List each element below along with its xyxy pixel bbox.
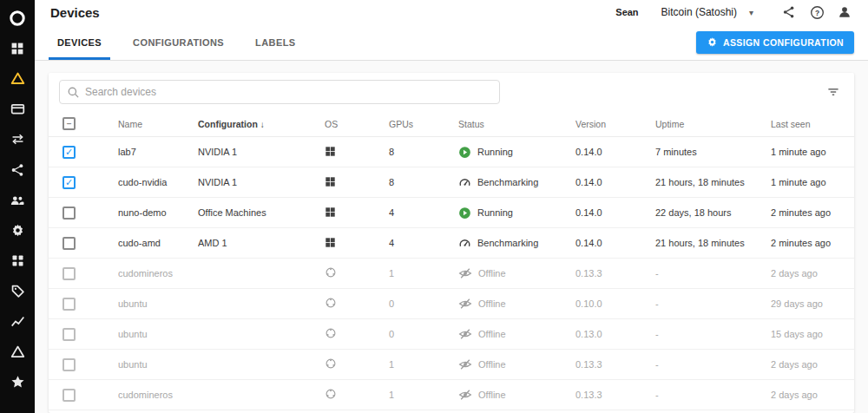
status-label: Running	[477, 207, 513, 218]
assign-configuration-button[interactable]: ASSIGN CONFIGURATION	[696, 31, 854, 54]
row-checkbox[interactable]	[62, 237, 76, 250]
device-uptime: 21 hours, 18 minutes	[655, 238, 771, 248]
column-header-name[interactable]: Name	[118, 119, 198, 129]
device-configuration: AMD 1	[198, 238, 325, 248]
sidebar-item-settings[interactable]	[0, 215, 35, 246]
column-header-uptime[interactable]: Uptime	[655, 119, 771, 129]
column-header-status[interactable]: Status	[458, 119, 575, 129]
table-row[interactable]: cudomineros 1 Offline 0.13.3 - 2 days ag…	[49, 380, 854, 410]
sidebar-item-pools[interactable]	[0, 154, 35, 185]
device-version: 0.14.0	[575, 147, 655, 157]
device-status: Offline	[458, 297, 575, 311]
sidebar-item-labels[interactable]	[0, 276, 35, 306]
device-name: lab7	[118, 147, 198, 157]
gear-icon	[707, 36, 718, 48]
tab-devices[interactable]: DEVICES	[42, 24, 117, 60]
tag-icon	[10, 284, 25, 298]
device-last-seen: 15 days ago	[771, 329, 854, 339]
offline-eye-icon	[458, 388, 472, 402]
column-header-lastseen[interactable]: Last seen	[771, 119, 854, 129]
tab-configurations[interactable]: CONFIGURATIONS	[117, 24, 240, 60]
tab-devices-label: DEVICES	[57, 37, 102, 48]
sidebar	[0, 0, 35, 413]
column-header-configuration[interactable]: Configuration↓	[198, 119, 325, 129]
row-checkbox[interactable]	[62, 328, 76, 341]
tab-configurations-label: CONFIGURATIONS	[133, 37, 224, 48]
filter-list-icon	[826, 85, 840, 99]
account-button[interactable]	[833, 1, 856, 23]
gear-icon	[10, 223, 25, 238]
search-input[interactable]	[85, 86, 492, 98]
row-checkbox[interactable]: ✓	[62, 176, 76, 189]
sidebar-item-apps[interactable]	[0, 246, 35, 276]
table-row[interactable]: ✓ cudo-nvidia NVIDIA 1 8 Benchmarking 0.…	[49, 167, 854, 198]
sidebar-item-compute[interactable]	[0, 63, 35, 94]
tab-labels[interactable]: LABELS	[240, 24, 311, 60]
table-row[interactable]: nuno-demo Office Machines 4 Running 0.14…	[49, 198, 854, 228]
dashboard-icon	[10, 42, 24, 56]
offline-eye-icon	[458, 357, 472, 371]
select-all-checkbox[interactable]: –	[62, 117, 76, 130]
table-row[interactable]: ✓ lab7 NVIDIA 1 8 Running 0.14.0 7 minut…	[49, 137, 854, 167]
sidebar-item-stats[interactable]	[0, 306, 35, 337]
device-status: Offline	[458, 388, 575, 402]
device-gpus: 4	[389, 207, 458, 218]
tab-labels-label: LABELS	[255, 37, 295, 48]
row-checkbox[interactable]	[62, 358, 76, 371]
device-gpus: 1	[389, 359, 458, 370]
sidebar-item-alerts[interactable]	[0, 337, 35, 367]
user-name: Sean	[615, 7, 638, 17]
device-gpus: 0	[389, 298, 458, 309]
help-button[interactable]: ?	[806, 1, 828, 23]
row-checkbox[interactable]	[62, 267, 76, 280]
row-checkbox[interactable]	[62, 389, 76, 402]
table-header: – Name Configuration↓ OS GPUs Status Ver…	[49, 111, 854, 137]
status-label: Offline	[478, 268, 506, 279]
column-header-version[interactable]: Version	[575, 119, 655, 129]
device-name: nuno-demo	[118, 207, 198, 218]
device-gpus: 8	[389, 177, 458, 187]
filter-button[interactable]	[821, 80, 845, 104]
column-header-gpus[interactable]: GPUs	[389, 119, 458, 129]
device-os	[325, 388, 389, 402]
ubuntu-icon	[325, 327, 337, 339]
windows-icon	[325, 176, 336, 187]
transactions-icon	[10, 132, 25, 147]
compute-triangle-icon	[10, 71, 25, 86]
table-row[interactable]: ubuntu 0 Offline 0.13.0 - 15 days ago	[49, 319, 854, 350]
sidebar-item-team[interactable]	[0, 185, 35, 215]
sidebar-item-favorites[interactable]	[0, 367, 35, 397]
row-checkbox[interactable]	[62, 298, 76, 311]
column-header-os[interactable]: OS	[325, 119, 389, 129]
wallet-selector[interactable]: Bitcoin (Satoshi) ▾	[661, 6, 753, 18]
table-row[interactable]: cudomineros 1 Offline 0.13.3 - 2 days ag…	[49, 259, 854, 289]
sidebar-item-billing[interactable]	[0, 94, 35, 124]
cudo-logo-icon[interactable]	[8, 3, 27, 33]
status-label: Offline	[478, 329, 506, 339]
row-checkbox[interactable]	[62, 206, 76, 220]
device-uptime: -	[655, 390, 771, 400]
benchmarking-gauge-icon	[458, 176, 471, 189]
device-status: Offline	[458, 266, 575, 280]
top-bar: Devices Sean Bitcoin (Satoshi) ▾ ?	[35, 0, 868, 24]
alert-triangle-icon	[10, 344, 25, 359]
device-last-seen: 2 minutes ago	[771, 238, 854, 248]
device-configuration: NVIDIA 1	[198, 177, 325, 187]
device-last-seen: 1 minute ago	[771, 147, 854, 157]
row-checkbox[interactable]: ✓	[62, 146, 76, 159]
offline-eye-icon	[458, 266, 472, 280]
device-gpus: 4	[389, 238, 458, 248]
status-label: Offline	[478, 298, 506, 309]
account-icon	[837, 4, 852, 20]
sidebar-item-transactions[interactable]	[0, 124, 35, 154]
table-row[interactable]: ubuntu 1 Offline 0.13.3 - 2 days ago	[49, 350, 854, 380]
running-icon	[458, 146, 471, 159]
sort-desc-icon: ↓	[260, 120, 265, 129]
device-name: cudo-nvidia	[118, 177, 198, 187]
sidebar-item-dashboard[interactable]	[0, 33, 35, 63]
device-status: Offline	[458, 357, 575, 371]
share-button[interactable]	[778, 1, 800, 23]
table-row[interactable]: cudo-amd AMD 1 4 Benchmarking 0.14.0 21 …	[49, 228, 854, 259]
table-row[interactable]: ubuntu 0 Offline 0.10.0 - 29 days ago	[49, 289, 854, 319]
device-name: cudo-amd	[118, 238, 198, 248]
